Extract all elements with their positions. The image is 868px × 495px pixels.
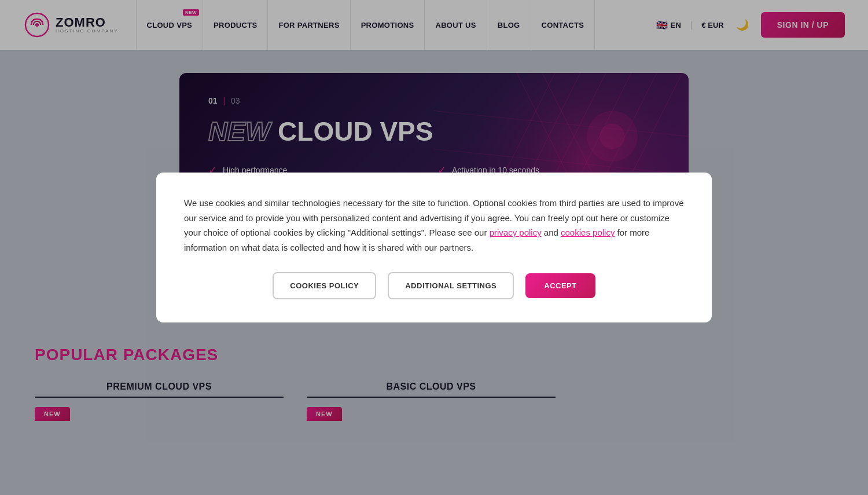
- cookies-policy-button[interactable]: COOKIES POLICY: [273, 272, 376, 299]
- cookie-buttons: COOKIES POLICY ADDITIONAL SETTINGS ACCEP…: [184, 272, 684, 299]
- accept-button[interactable]: ACCEPT: [525, 273, 595, 298]
- privacy-policy-link[interactable]: privacy policy: [490, 228, 542, 237]
- cookie-modal: We use cookies and similar technologies …: [156, 173, 712, 322]
- cookies-policy-link[interactable]: cookies policy: [561, 228, 615, 237]
- cookie-text: We use cookies and similar technologies …: [184, 196, 684, 255]
- cookie-overlay: We use cookies and similar technologies …: [0, 0, 868, 495]
- additional-settings-button[interactable]: ADDITIONAL SETTINGS: [388, 272, 514, 299]
